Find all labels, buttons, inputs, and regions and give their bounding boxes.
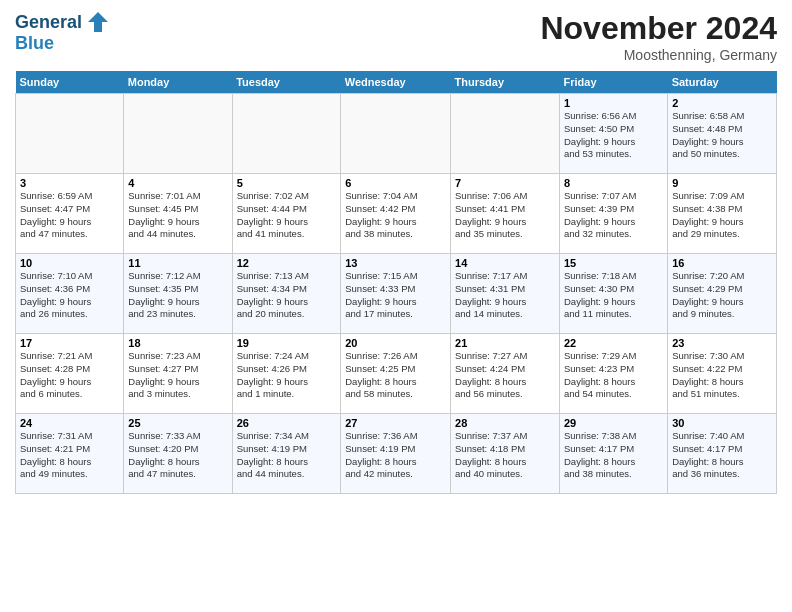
- col-wednesday: Wednesday: [341, 71, 451, 94]
- calendar-cell: 15Sunrise: 7:18 AM Sunset: 4:30 PM Dayli…: [560, 254, 668, 334]
- day-number: 16: [672, 257, 772, 269]
- day-info: Sunrise: 7:20 AM Sunset: 4:29 PM Dayligh…: [672, 270, 772, 321]
- calendar-cell: 18Sunrise: 7:23 AM Sunset: 4:27 PM Dayli…: [124, 334, 232, 414]
- location: Moosthenning, Germany: [540, 47, 777, 63]
- day-number: 30: [672, 417, 772, 429]
- day-number: 25: [128, 417, 227, 429]
- calendar-cell: 21Sunrise: 7:27 AM Sunset: 4:24 PM Dayli…: [451, 334, 560, 414]
- logo: General Blue: [15, 10, 112, 54]
- day-info: Sunrise: 7:37 AM Sunset: 4:18 PM Dayligh…: [455, 430, 555, 481]
- title-block: November 2024 Moosthenning, Germany: [540, 10, 777, 63]
- calendar-header-row: Sunday Monday Tuesday Wednesday Thursday…: [16, 71, 777, 94]
- day-number: 9: [672, 177, 772, 189]
- day-number: 4: [128, 177, 227, 189]
- calendar-cell: 14Sunrise: 7:17 AM Sunset: 4:31 PM Dayli…: [451, 254, 560, 334]
- day-info: Sunrise: 7:33 AM Sunset: 4:20 PM Dayligh…: [128, 430, 227, 481]
- calendar-cell: 17Sunrise: 7:21 AM Sunset: 4:28 PM Dayli…: [16, 334, 124, 414]
- calendar-cell: 30Sunrise: 7:40 AM Sunset: 4:17 PM Dayli…: [668, 414, 777, 494]
- day-info: Sunrise: 6:56 AM Sunset: 4:50 PM Dayligh…: [564, 110, 663, 161]
- day-number: 15: [564, 257, 663, 269]
- calendar-cell: 20Sunrise: 7:26 AM Sunset: 4:25 PM Dayli…: [341, 334, 451, 414]
- day-number: 18: [128, 337, 227, 349]
- day-info: Sunrise: 7:26 AM Sunset: 4:25 PM Dayligh…: [345, 350, 446, 401]
- day-number: 7: [455, 177, 555, 189]
- day-number: 29: [564, 417, 663, 429]
- day-number: 1: [564, 97, 663, 109]
- calendar-cell: 12Sunrise: 7:13 AM Sunset: 4:34 PM Dayli…: [232, 254, 341, 334]
- day-info: Sunrise: 7:07 AM Sunset: 4:39 PM Dayligh…: [564, 190, 663, 241]
- calendar-cell: 13Sunrise: 7:15 AM Sunset: 4:33 PM Dayli…: [341, 254, 451, 334]
- day-number: 12: [237, 257, 337, 269]
- day-info: Sunrise: 6:58 AM Sunset: 4:48 PM Dayligh…: [672, 110, 772, 161]
- calendar-cell: 10Sunrise: 7:10 AM Sunset: 4:36 PM Dayli…: [16, 254, 124, 334]
- calendar-cell: 1Sunrise: 6:56 AM Sunset: 4:50 PM Daylig…: [560, 94, 668, 174]
- day-number: 5: [237, 177, 337, 189]
- day-number: 19: [237, 337, 337, 349]
- calendar-cell: 7Sunrise: 7:06 AM Sunset: 4:41 PM Daylig…: [451, 174, 560, 254]
- day-number: 23: [672, 337, 772, 349]
- col-saturday: Saturday: [668, 71, 777, 94]
- calendar-cell: 19Sunrise: 7:24 AM Sunset: 4:26 PM Dayli…: [232, 334, 341, 414]
- day-info: Sunrise: 7:38 AM Sunset: 4:17 PM Dayligh…: [564, 430, 663, 481]
- calendar-table: Sunday Monday Tuesday Wednesday Thursday…: [15, 71, 777, 494]
- col-friday: Friday: [560, 71, 668, 94]
- logo-blue: Blue: [15, 34, 112, 54]
- calendar-cell: [341, 94, 451, 174]
- day-number: 28: [455, 417, 555, 429]
- calendar-cell: 26Sunrise: 7:34 AM Sunset: 4:19 PM Dayli…: [232, 414, 341, 494]
- day-info: Sunrise: 7:12 AM Sunset: 4:35 PM Dayligh…: [128, 270, 227, 321]
- day-info: Sunrise: 6:59 AM Sunset: 4:47 PM Dayligh…: [20, 190, 119, 241]
- day-info: Sunrise: 7:02 AM Sunset: 4:44 PM Dayligh…: [237, 190, 337, 241]
- calendar-cell: 8Sunrise: 7:07 AM Sunset: 4:39 PM Daylig…: [560, 174, 668, 254]
- day-number: 11: [128, 257, 227, 269]
- calendar-week-2: 3Sunrise: 6:59 AM Sunset: 4:47 PM Daylig…: [16, 174, 777, 254]
- calendar-week-3: 10Sunrise: 7:10 AM Sunset: 4:36 PM Dayli…: [16, 254, 777, 334]
- day-info: Sunrise: 7:01 AM Sunset: 4:45 PM Dayligh…: [128, 190, 227, 241]
- day-info: Sunrise: 7:06 AM Sunset: 4:41 PM Dayligh…: [455, 190, 555, 241]
- day-info: Sunrise: 7:24 AM Sunset: 4:26 PM Dayligh…: [237, 350, 337, 401]
- day-info: Sunrise: 7:13 AM Sunset: 4:34 PM Dayligh…: [237, 270, 337, 321]
- calendar-cell: 9Sunrise: 7:09 AM Sunset: 4:38 PM Daylig…: [668, 174, 777, 254]
- svg-marker-0: [88, 12, 108, 32]
- calendar-cell: 29Sunrise: 7:38 AM Sunset: 4:17 PM Dayli…: [560, 414, 668, 494]
- calendar-cell: 5Sunrise: 7:02 AM Sunset: 4:44 PM Daylig…: [232, 174, 341, 254]
- day-number: 22: [564, 337, 663, 349]
- calendar-cell: [232, 94, 341, 174]
- col-tuesday: Tuesday: [232, 71, 341, 94]
- calendar-week-5: 24Sunrise: 7:31 AM Sunset: 4:21 PM Dayli…: [16, 414, 777, 494]
- col-thursday: Thursday: [451, 71, 560, 94]
- calendar-cell: 6Sunrise: 7:04 AM Sunset: 4:42 PM Daylig…: [341, 174, 451, 254]
- calendar-cell: 2Sunrise: 6:58 AM Sunset: 4:48 PM Daylig…: [668, 94, 777, 174]
- calendar-cell: 23Sunrise: 7:30 AM Sunset: 4:22 PM Dayli…: [668, 334, 777, 414]
- calendar-cell: 22Sunrise: 7:29 AM Sunset: 4:23 PM Dayli…: [560, 334, 668, 414]
- day-number: 13: [345, 257, 446, 269]
- calendar-cell: 28Sunrise: 7:37 AM Sunset: 4:18 PM Dayli…: [451, 414, 560, 494]
- calendar-cell: 24Sunrise: 7:31 AM Sunset: 4:21 PM Dayli…: [16, 414, 124, 494]
- day-number: 6: [345, 177, 446, 189]
- calendar-cell: 16Sunrise: 7:20 AM Sunset: 4:29 PM Dayli…: [668, 254, 777, 334]
- calendar-cell: 4Sunrise: 7:01 AM Sunset: 4:45 PM Daylig…: [124, 174, 232, 254]
- day-info: Sunrise: 7:15 AM Sunset: 4:33 PM Dayligh…: [345, 270, 446, 321]
- calendar-cell: [16, 94, 124, 174]
- day-info: Sunrise: 7:04 AM Sunset: 4:42 PM Dayligh…: [345, 190, 446, 241]
- day-number: 10: [20, 257, 119, 269]
- day-info: Sunrise: 7:21 AM Sunset: 4:28 PM Dayligh…: [20, 350, 119, 401]
- col-sunday: Sunday: [16, 71, 124, 94]
- day-number: 14: [455, 257, 555, 269]
- day-number: 17: [20, 337, 119, 349]
- day-number: 8: [564, 177, 663, 189]
- calendar-cell: 27Sunrise: 7:36 AM Sunset: 4:19 PM Dayli…: [341, 414, 451, 494]
- calendar-cell: [451, 94, 560, 174]
- header: General Blue November 2024 Moosthenning,…: [15, 10, 777, 63]
- day-number: 20: [345, 337, 446, 349]
- month-title: November 2024: [540, 10, 777, 47]
- day-number: 26: [237, 417, 337, 429]
- day-number: 27: [345, 417, 446, 429]
- col-monday: Monday: [124, 71, 232, 94]
- day-info: Sunrise: 7:10 AM Sunset: 4:36 PM Dayligh…: [20, 270, 119, 321]
- calendar-cell: [124, 94, 232, 174]
- day-info: Sunrise: 7:09 AM Sunset: 4:38 PM Dayligh…: [672, 190, 772, 241]
- day-number: 3: [20, 177, 119, 189]
- day-info: Sunrise: 7:27 AM Sunset: 4:24 PM Dayligh…: [455, 350, 555, 401]
- calendar-cell: 25Sunrise: 7:33 AM Sunset: 4:20 PM Dayli…: [124, 414, 232, 494]
